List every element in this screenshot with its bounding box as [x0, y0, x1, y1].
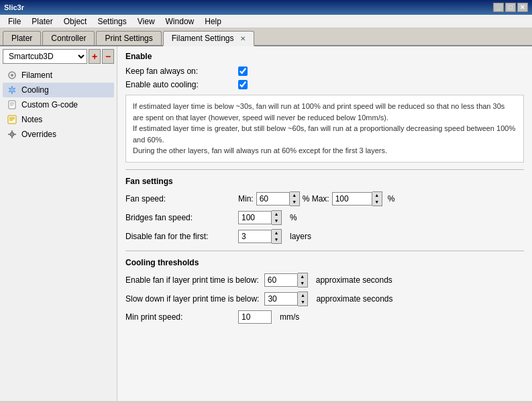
min-print-speed-label: Min print speed:: [125, 312, 233, 322]
fan-speed-max-up[interactable]: ▲: [372, 192, 382, 199]
slow-down-input[interactable]: [264, 292, 298, 306]
disable-fan-wrap: ▲ ▼: [238, 229, 282, 244]
minimize-button[interactable]: _: [493, 3, 504, 12]
maximize-button[interactable]: □: [505, 3, 516, 12]
sidebar-label-notes: Notes: [21, 115, 42, 124]
bridges-fan-label: Bridges fan speed:: [125, 213, 233, 222]
slow-down-down[interactable]: ▼: [298, 299, 307, 306]
fan-speed-min-input[interactable]: [256, 192, 290, 206]
sidebar-label-filament: Filament: [21, 71, 52, 80]
menu-window[interactable]: Window: [160, 15, 200, 28]
menu-object[interactable]: Object: [58, 15, 93, 28]
profile-add-button[interactable]: +: [89, 49, 101, 64]
sidebar-item-overrides[interactable]: Overrides: [3, 127, 114, 142]
info-box: If estimated layer time is below ~30s, f…: [125, 95, 524, 163]
fan-speed-max-down[interactable]: ▼: [372, 199, 382, 206]
enable-fan-up[interactable]: ▲: [298, 273, 307, 280]
disable-fan-input[interactable]: [238, 230, 272, 243]
tab-filament-settings[interactable]: Filament Settings ✕: [163, 31, 254, 46]
main-content: Smartcub3D + − Filament Cooling Custom G…: [0, 46, 532, 401]
svg-rect-7: [8, 116, 16, 124]
sidebar-item-filament[interactable]: Filament: [3, 68, 114, 83]
cooling-thresholds-title: Cooling thresholds: [125, 258, 524, 267]
disable-fan-up[interactable]: ▲: [272, 230, 281, 236]
disable-fan-unit: layers: [290, 232, 311, 241]
sidebar-item-custom-gcode[interactable]: Custom G-code: [3, 97, 114, 112]
keep-fan-label: Keep fan always on:: [125, 66, 233, 76]
menu-view[interactable]: View: [132, 15, 160, 28]
keep-fan-checkbox[interactable]: [238, 66, 248, 76]
enable-fan-spinners: ▲ ▼: [298, 273, 308, 287]
close-button[interactable]: ✕: [517, 3, 528, 12]
svg-marker-2: [9, 86, 15, 94]
title-bar-buttons: _ □ ✕: [493, 3, 528, 12]
menu-plater[interactable]: Plater: [26, 15, 58, 28]
bridges-fan-down[interactable]: ▼: [272, 218, 281, 224]
fan-speed-max-label: % Max:: [303, 194, 329, 204]
filament-icon: [7, 70, 17, 81]
tab-bar: Plater Controller Print Settings Filamen…: [0, 28, 532, 46]
fan-speed-unit: %: [388, 194, 395, 204]
fan-settings-title: Fan settings: [125, 177, 524, 186]
slow-down-up[interactable]: ▲: [298, 292, 307, 299]
profile-dropdown[interactable]: Smartcub3D: [3, 49, 87, 64]
sidebar-item-cooling[interactable]: Cooling: [3, 83, 114, 97]
auto-cooling-checkbox[interactable]: [238, 80, 248, 89]
svg-point-11: [10, 132, 14, 136]
menu-help[interactable]: Help: [199, 15, 227, 28]
cooling-icon: [7, 85, 17, 95]
fan-speed-controls: Min: ▲ ▼ % Max: ▲ ▼ %: [238, 191, 394, 206]
disable-fan-down[interactable]: ▼: [272, 236, 281, 243]
auto-cooling-label: Enable auto cooling:: [125, 80, 233, 89]
profile-remove-button[interactable]: −: [102, 49, 114, 64]
bridges-fan-up[interactable]: ▲: [272, 211, 281, 218]
menu-bar: File Plater Object Settings View Window …: [0, 15, 532, 28]
fan-speed-min-label: Min:: [238, 194, 254, 204]
profile-selector: Smartcub3D + −: [3, 49, 114, 64]
enable-fan-label: Enable fan if layer print time is below:: [125, 275, 259, 285]
tab-print-settings[interactable]: Print Settings: [96, 31, 161, 45]
enable-fan-wrap: ▲ ▼: [264, 273, 308, 287]
content-panel: Enable Keep fan always on: Enable auto c…: [117, 46, 532, 401]
keep-fan-row: Keep fan always on:: [125, 66, 524, 76]
min-print-speed-input[interactable]: [238, 310, 272, 324]
tab-close-icon[interactable]: ✕: [240, 35, 246, 42]
sidebar: Smartcub3D + − Filament Cooling Custom G…: [0, 46, 117, 401]
slow-down-row: Slow down if layer print time is below: …: [125, 292, 524, 306]
bridges-fan-unit: %: [290, 213, 297, 222]
slow-down-unit: approximate seconds: [316, 294, 392, 304]
sidebar-label-overrides: Overrides: [21, 130, 56, 139]
slow-down-spinners: ▲ ▼: [298, 292, 308, 306]
bridges-fan-spinners: ▲ ▼: [272, 210, 282, 225]
disable-fan-label: Disable fan for the first:: [125, 232, 233, 241]
auto-cooling-row: Enable auto cooling:: [125, 80, 524, 89]
fan-speed-min-spinners: ▲ ▼: [290, 191, 300, 206]
divider-2: [125, 251, 524, 251]
disable-fan-row: Disable fan for the first: ▲ ▼ layers: [125, 229, 524, 244]
fan-speed-max-input[interactable]: [332, 192, 372, 206]
fan-speed-label: Fan speed:: [125, 194, 233, 204]
slow-down-label: Slow down if layer print time is below:: [125, 294, 259, 304]
enable-section-title: Enable: [125, 52, 524, 61]
fan-speed-min-down[interactable]: ▼: [290, 199, 299, 206]
min-print-speed-unit: mm/s: [280, 312, 299, 322]
fan-speed-max-spinners: ▲ ▼: [372, 191, 382, 206]
fan-speed-min-wrap: ▲ ▼: [256, 191, 300, 206]
bridges-fan-row: Bridges fan speed: ▲ ▼ %: [125, 210, 524, 225]
tab-controller[interactable]: Controller: [42, 31, 95, 45]
enable-fan-row: Enable fan if layer print time is below:…: [125, 273, 524, 287]
menu-settings[interactable]: Settings: [92, 15, 131, 28]
min-print-speed-row: Min print speed: mm/s: [125, 310, 524, 324]
fan-speed-row: Fan speed: Min: ▲ ▼ % Max: ▲ ▼: [125, 191, 524, 206]
bridges-fan-input[interactable]: [238, 211, 272, 224]
sidebar-label-custom-gcode: Custom G-code: [21, 100, 78, 109]
overrides-icon: [7, 129, 17, 140]
enable-fan-down[interactable]: ▼: [298, 280, 307, 287]
sidebar-item-notes[interactable]: Notes: [3, 112, 114, 127]
enable-fan-input[interactable]: [264, 273, 298, 287]
slow-down-wrap: ▲ ▼: [264, 292, 308, 306]
menu-file[interactable]: File: [3, 15, 26, 28]
tab-plater[interactable]: Plater: [3, 31, 41, 45]
fan-speed-min-up[interactable]: ▲: [290, 192, 299, 199]
bridges-fan-wrap: ▲ ▼: [238, 210, 282, 225]
